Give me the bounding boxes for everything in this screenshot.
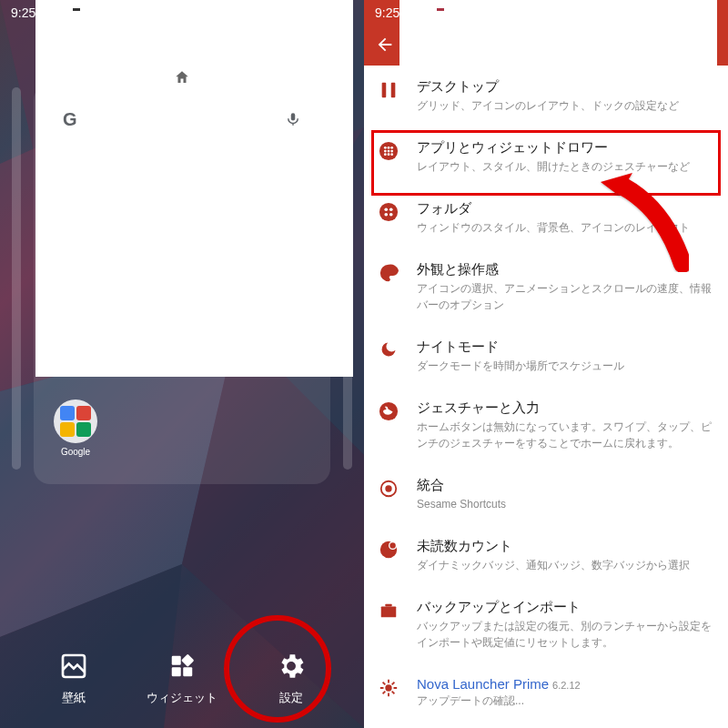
home-icon [174, 69, 190, 86]
battery-pct: 78% [449, 5, 474, 20]
svg-rect-49 [385, 604, 391, 607]
extension-icon [375, 477, 402, 512]
google-folder[interactable]: Google [54, 399, 97, 457]
svg-point-29 [388, 147, 390, 149]
svg-point-30 [390, 147, 393, 149]
battery-pct: 78% [85, 5, 110, 20]
mic-icon[interactable] [285, 111, 301, 127]
svg-point-50 [385, 684, 391, 691]
wifi-icon [54, 5, 68, 20]
svg-point-37 [379, 203, 398, 221]
svg-rect-26 [391, 83, 396, 98]
nova-icon [375, 676, 402, 709]
page-preview-right[interactable] [343, 87, 352, 470]
svg-point-31 [384, 150, 387, 153]
battery-icon [72, 5, 81, 20]
settings-label: 設定 [279, 690, 303, 706]
svg-point-39 [389, 207, 393, 211]
svg-point-41 [389, 213, 393, 217]
svg-rect-48 [381, 606, 397, 617]
page-preview-main[interactable]: G Google [34, 84, 330, 484]
folder-label: Google [61, 447, 90, 457]
svg-point-33 [390, 150, 393, 153]
wifi-icon [418, 5, 432, 20]
svg-point-40 [384, 213, 388, 217]
svg-rect-17 [181, 654, 194, 667]
settings-item-folder[interactable]: フォルダウィンドウのスタイル、背景色、アイコンのレイアウト [364, 187, 728, 248]
svg-rect-14 [172, 656, 181, 665]
settings-item-gestures[interactable]: ジェスチャーと入力ホームボタンは無効になっています。スワイプ、タップ、ピンチのジ… [364, 387, 728, 464]
google-g-icon: G [63, 109, 77, 130]
svg-point-47 [389, 542, 395, 548]
dnd-icon [35, 5, 50, 20]
wallpaper-label: 壁紙 [62, 690, 86, 706]
back-button[interactable] [375, 35, 395, 55]
gesture-icon [375, 399, 402, 451]
settings-item-look[interactable]: 外観と操作感アイコンの選択、アニメーションとスクロールの速度、情報バーのオプショ… [364, 248, 728, 326]
page-preview-left[interactable] [12, 87, 21, 470]
settings-list[interactable]: デスクトップグリッド、アイコンのレイアウト、ドックの設定など アプリとウィジェッ… [364, 66, 728, 728]
nova-settings-screen: 9:25 78% Novaの設定 デスクトップグリッド、アイコンのレイアウト、ド… [364, 0, 728, 728]
svg-rect-22 [437, 8, 444, 11]
settings-item-night[interactable]: ナイトモードダークモードを時間か場所でスケジュール [364, 326, 728, 387]
svg-point-35 [388, 153, 390, 156]
settings-item-prime[interactable]: Nova Launcher Prime6.2.12アップデートの確認... [364, 663, 728, 722]
widget-icon [166, 650, 198, 682]
page-preview-row: G Google [0, 84, 364, 511]
settings-button[interactable]: 設定 [275, 650, 308, 706]
default-home-badge[interactable] [167, 62, 197, 93]
svg-point-32 [388, 150, 390, 153]
dnd-icon [399, 5, 414, 20]
desktop-icon [375, 78, 402, 114]
svg-rect-21 [439, 5, 442, 7]
clock: 9:25 [11, 5, 35, 20]
settings-item-backup[interactable]: バックアップとインポートバックアップまたは設定の復元、別のランチャーから設定をイ… [364, 586, 728, 663]
settings-item-desktop[interactable]: デスクトップグリッド、アイコンのレイアウト、ドックの設定など [364, 66, 728, 126]
wallpaper-icon [57, 650, 90, 682]
svg-rect-16 [183, 667, 192, 676]
settings-item-default-home[interactable]: デフォルトのホームアプリの選択 [364, 722, 728, 728]
svg-rect-10 [75, 5, 78, 7]
battery-icon [436, 5, 445, 20]
gear-icon [275, 650, 308, 682]
status-bar: 9:25 78% [0, 0, 364, 25]
status-bar: 9:25 78% [364, 0, 728, 25]
svg-rect-12 [291, 113, 296, 120]
badge-icon [375, 538, 402, 573]
clock: 9:25 [375, 5, 399, 20]
svg-rect-15 [172, 667, 181, 676]
wallpaper-button[interactable]: 壁紙 [57, 650, 90, 706]
widget-label: ウィジェット [147, 690, 217, 706]
settings-item-drawer[interactable]: アプリとウィジェットドロワーレイアウト、スタイル、開けたときのジェスチャーなど [364, 126, 728, 187]
settings-item-integrations[interactable]: 統合Sesame Shortcuts [364, 464, 728, 525]
home-longpress-screen: 9:25 78% G Google [0, 0, 364, 728]
svg-rect-25 [382, 83, 387, 98]
drawer-icon [375, 139, 402, 175]
palette-icon [375, 261, 402, 313]
briefcase-icon [375, 599, 402, 651]
svg-point-38 [384, 207, 388, 211]
longpress-actions: 壁紙 ウィジェット 設定 [0, 650, 364, 706]
folder-icon [54, 399, 97, 443]
svg-point-44 [386, 486, 391, 491]
svg-point-34 [384, 153, 387, 156]
app-bar: 9:25 78% Novaの設定 [364, 0, 728, 66]
svg-rect-11 [73, 8, 80, 11]
moon-icon [375, 339, 402, 374]
settings-item-unread[interactable]: 未読数カウントダイナミックバッジ、通知バッジ、数字バッジから選択 [364, 525, 728, 586]
google-search-bar[interactable]: G [50, 100, 314, 138]
svg-point-36 [390, 153, 393, 156]
folder-icon [375, 200, 402, 236]
widget-button[interactable]: ウィジェット [147, 650, 217, 706]
svg-point-28 [384, 147, 387, 149]
